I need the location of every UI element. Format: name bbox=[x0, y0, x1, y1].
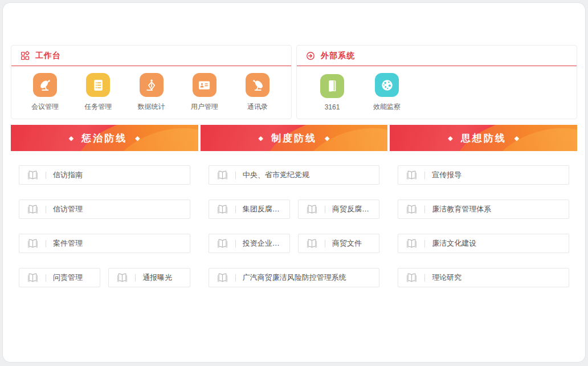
menu-button-label: 廉洁文化建设 bbox=[432, 238, 476, 249]
app-label: 用户管理 bbox=[191, 102, 218, 112]
btn-theoretical-research[interactable]: 理论研究 bbox=[398, 268, 569, 287]
workbench-apps: 会议管理 任务管理 数据统计 用户管理 bbox=[11, 66, 291, 119]
satellite-dish-alt-icon bbox=[246, 73, 270, 97]
app-3161[interactable]: 3161 bbox=[315, 74, 349, 111]
diamond-icon: ◆ bbox=[135, 135, 140, 142]
btn-notification-exposure[interactable]: 通报曝光 bbox=[108, 268, 190, 287]
banner-ideology-line: ◆ 思想防线 ◆ bbox=[390, 125, 577, 151]
app-task-management[interactable]: 任务管理 bbox=[81, 73, 115, 112]
external-systems-header: 外部系统 bbox=[297, 46, 577, 66]
app-contacts[interactable]: 通讯录 bbox=[240, 73, 275, 112]
menu-button-label: 问责管理 bbox=[53, 273, 83, 283]
open-book-icon bbox=[216, 238, 229, 249]
app-label: 会议管理 bbox=[31, 102, 59, 112]
open-book-icon bbox=[405, 272, 418, 283]
workbench-panel: 工作台 会议管理 任务管理 数据统计 bbox=[11, 45, 292, 119]
divider bbox=[325, 240, 325, 247]
app-meeting-management[interactable]: 会议管理 bbox=[28, 73, 62, 112]
button-columns: 信访指南 信访管理 案件管理 问责管理 bbox=[11, 165, 577, 287]
divider bbox=[424, 240, 425, 247]
divider bbox=[424, 274, 425, 282]
divider bbox=[235, 206, 236, 213]
open-book-icon bbox=[216, 272, 229, 283]
divider bbox=[424, 206, 425, 213]
divider bbox=[46, 274, 46, 282]
app-data-statistics[interactable]: 数据统计 bbox=[134, 73, 169, 112]
menu-button-label: 信访指南 bbox=[53, 170, 83, 180]
open-book-icon bbox=[405, 238, 418, 249]
btn-accountability-management[interactable]: 问责管理 bbox=[19, 268, 100, 287]
btn-integrity-culture-building[interactable]: 廉洁文化建设 bbox=[398, 234, 569, 253]
banner-institution-line: ◆ 制度防线 ◆ bbox=[201, 125, 388, 151]
ideology-line-column: 宣传报导 廉洁教育管理体系 廉洁文化建设 理论研究 bbox=[390, 165, 577, 287]
external-systems-panel: 外部系统 3161 效能监察 bbox=[296, 45, 577, 119]
diamond-icon: ◆ bbox=[69, 135, 74, 142]
menu-button-label: 集团反腐制度 bbox=[243, 204, 285, 214]
open-book-icon bbox=[405, 204, 418, 215]
menu-button-label: 通报曝光 bbox=[142, 273, 172, 283]
divider bbox=[424, 172, 425, 179]
globe-icon bbox=[375, 73, 399, 97]
banner-label: 制度防线 bbox=[271, 132, 317, 145]
satellite-dish-icon bbox=[33, 73, 57, 97]
open-book-icon bbox=[305, 238, 318, 249]
open-book-icon bbox=[216, 169, 229, 181]
app-label: 任务管理 bbox=[84, 102, 112, 112]
workbench-title: 工作台 bbox=[35, 51, 61, 61]
open-book-icon bbox=[26, 204, 39, 215]
app-label: 数据统计 bbox=[138, 102, 165, 112]
app-efficiency-monitoring[interactable]: 效能监察 bbox=[370, 73, 404, 112]
btn-group-anticorruption-rules[interactable]: 集团反腐制度 bbox=[209, 200, 290, 219]
menu-button-label: 案件管理 bbox=[53, 238, 83, 249]
institution-line-column: 中央、省市党纪党规 集团反腐制度 商贸反腐制度 投资企业反 bbox=[201, 165, 388, 287]
banner-label: 思想防线 bbox=[461, 132, 507, 145]
app-label: 效能监察 bbox=[373, 102, 401, 112]
punishment-line-column: 信访指南 信访管理 案件管理 问责管理 bbox=[11, 165, 198, 287]
diamond-icon: ◆ bbox=[514, 135, 519, 142]
divider bbox=[235, 274, 236, 282]
menu-button-label: 商贸反腐制度 bbox=[332, 204, 374, 214]
btn-integrity-education-system[interactable]: 廉洁教育管理体系 bbox=[398, 200, 569, 219]
divider bbox=[235, 172, 236, 179]
menu-button-label: 投资企业反腐... bbox=[243, 238, 285, 249]
divider bbox=[235, 240, 236, 247]
menu-button-label: 中央、省市党纪党规 bbox=[243, 170, 309, 180]
book-icon bbox=[320, 74, 344, 98]
btn-petition-guide[interactable]: 信访指南 bbox=[19, 165, 190, 185]
diamond-icon: ◆ bbox=[325, 135, 329, 142]
menu-button-label: 宣传报导 bbox=[432, 170, 462, 180]
pen-chart-icon bbox=[140, 73, 164, 97]
divider bbox=[46, 172, 46, 179]
menu-button-label: 廉洁教育管理体系 bbox=[432, 204, 491, 214]
open-book-icon bbox=[26, 272, 39, 283]
open-book-icon bbox=[405, 169, 418, 181]
grid-icon bbox=[20, 51, 30, 61]
top-panels-row: 工作台 会议管理 任务管理 数据统计 bbox=[11, 45, 577, 119]
app-label: 通讯录 bbox=[247, 102, 268, 112]
diamond-icon: ◆ bbox=[259, 135, 263, 142]
external-systems-apps: 3161 效能监察 bbox=[297, 66, 577, 119]
external-systems-title: 外部系统 bbox=[321, 51, 355, 61]
section-banners-row: ◆ 惩治防线 ◆ ◆ 制度防线 ◆ ◆ 思想防线 ◆ bbox=[11, 125, 577, 151]
btn-investment-enterprise-anticorruption[interactable]: 投资企业反腐... bbox=[209, 234, 290, 253]
arrow-circle-icon bbox=[305, 51, 316, 61]
btn-case-management[interactable]: 案件管理 bbox=[19, 234, 190, 253]
workbench-header: 工作台 bbox=[11, 46, 291, 66]
app-user-management[interactable]: 用户管理 bbox=[187, 73, 222, 112]
btn-publicity-reports[interactable]: 宣传报导 bbox=[398, 165, 569, 185]
menu-button-label: 广汽商贸廉洁风险防控管理系统 bbox=[243, 273, 346, 283]
diamond-icon: ◆ bbox=[448, 135, 452, 142]
btn-central-provincial-party-rules[interactable]: 中央、省市党纪党规 bbox=[209, 165, 380, 185]
divider bbox=[135, 274, 136, 282]
banner-punishment-line: ◆ 惩治防线 ◆ bbox=[11, 125, 198, 151]
btn-commerce-documents[interactable]: 商贸文件 bbox=[298, 234, 379, 253]
menu-button-label: 商贸文件 bbox=[332, 238, 362, 249]
btn-gac-commerce-integrity-risk-system[interactable]: 广汽商贸廉洁风险防控管理系统 bbox=[209, 268, 380, 287]
btn-commerce-anticorruption-rules[interactable]: 商贸反腐制度 bbox=[298, 200, 379, 219]
open-book-icon bbox=[216, 204, 229, 215]
btn-petition-management[interactable]: 信访管理 bbox=[19, 200, 190, 219]
banner-label: 惩治防线 bbox=[81, 132, 127, 145]
app-label: 3161 bbox=[325, 103, 340, 111]
id-card-icon bbox=[193, 73, 217, 97]
open-book-icon bbox=[116, 272, 129, 283]
